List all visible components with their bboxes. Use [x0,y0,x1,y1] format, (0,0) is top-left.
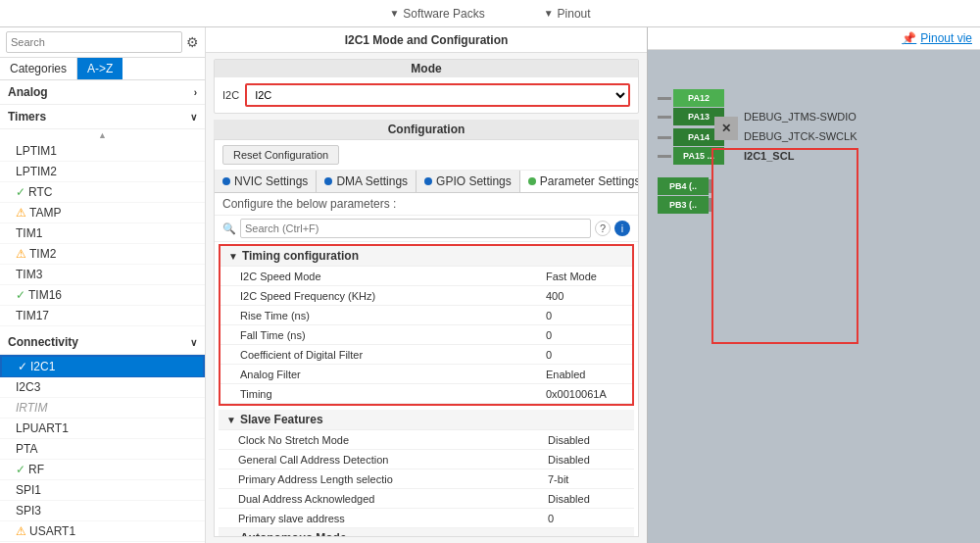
timers-label: Timers [8,110,46,123]
mode-section: Mode I2C I2C [214,59,639,114]
pinout-label: Pinout [558,7,591,21]
reset-config-button[interactable]: Reset Configuration [222,145,339,165]
pta-label: PTA [16,442,37,456]
autonomous-section-label: Autonomous Mode [240,531,347,536]
info-filled-icon[interactable]: i [614,221,630,236]
sidebar-item-tamp[interactable]: ⚠ TAMP [0,203,205,223]
collapse-arrow-slave: ▼ [226,415,236,425]
param-tab-label: Parameter Settings [540,174,639,188]
sidebar-item-lpuart1[interactable]: LPUART1 [0,419,205,439]
param-value-general-call[interactable]: Disabled [548,454,626,466]
tab-nvic-settings[interactable]: NVIC Settings [215,171,317,192]
info-icon[interactable]: ? [595,221,611,236]
param-value-analog-filter[interactable]: Enabled [546,369,624,380]
param-value-fall-time[interactable]: 0 [546,329,624,341]
sidebar-section-timers[interactable]: Timers ∨ [0,105,205,129]
red-box-right [711,148,858,344]
sidebar-item-spi1[interactable]: SPI1 [0,480,205,501]
sidebar: ⚙ Categories A->Z Analog › Timers [0,27,206,543]
dma-tab-label: DMA Settings [336,174,408,188]
sidebar-item-usart1[interactable]: ⚠ USART1 [0,521,205,542]
param-value-rise-time[interactable]: 0 [546,310,624,321]
param-name-speed-mode: I2C Speed Mode [240,271,546,282]
sidebar-item-spi3[interactable]: SPI3 [0,501,205,521]
i2c1-label: I2C1 [30,360,55,373]
timers-scroll-up[interactable]: ▲ [0,129,205,141]
sidebar-item-tim1[interactable]: TIM1 [0,223,205,244]
slave-section-header[interactable]: ▼ Slave Features [219,410,634,430]
spi3-label: SPI3 [16,504,41,518]
param-value-dual-addr[interactable]: Disabled [548,493,626,505]
check-icon-tim16: ✓ [16,288,25,302]
pin-pb4[interactable]: PB4 (.. [658,177,711,195]
pinout-view-button[interactable]: 📌 Pinout vie [902,31,972,45]
sidebar-item-lptim2[interactable]: LPTIM2 [0,162,205,182]
param-name-coeff-filter: Coefficient of Digital Filter [240,349,546,361]
gpio-tab-label: GPIO Settings [436,174,512,188]
pinout-view-label: Pinout vie [920,31,972,45]
sidebar-item-tim3[interactable]: TIM3 [0,265,205,285]
param-row-fall-time: Fall Time (ns) 0 [220,325,632,345]
chevron-down-icon4: ∨ [190,337,197,348]
sidebar-item-rf[interactable]: ✓ RF [0,460,205,480]
i2c3-label: I2C3 [16,380,40,394]
chip-area: PA12 PA13 PA14 PA15 ... [648,50,980,543]
tim17-label: TIM17 [16,309,49,322]
autonomous-section-header[interactable]: ▼ Autonomous Mode [219,528,634,536]
param-name-general-call: General Call Address Detection [238,454,548,466]
warn-icon-tim2: ⚠ [16,247,26,261]
mode-header: Mode [215,60,638,77]
param-search-input[interactable] [240,219,591,238]
param-value-primary-slave-addr[interactable]: 0 [548,513,626,524]
tab-dma-settings[interactable]: DMA Settings [317,171,416,192]
param-value-timing[interactable]: 0x0010061A [546,388,624,400]
mode-select[interactable]: I2C [245,83,630,107]
tab-az[interactable]: A->Z [77,58,122,79]
check-icon-rf: ✓ [16,463,25,476]
sidebar-item-lptim1[interactable]: LPTIM1 [0,141,205,162]
sidebar-item-i2c3[interactable]: I2C3 [0,377,205,398]
tab-categories[interactable]: Categories [0,58,77,79]
sidebar-item-rtc[interactable]: ✓ RTC [0,182,205,203]
param-value-speed-freq[interactable]: 400 [546,290,624,302]
configure-label: Configure the below parameters : [215,193,638,216]
search-input[interactable] [6,31,182,53]
sidebar-section-analog[interactable]: Analog › [0,80,205,105]
sidebar-item-tim2[interactable]: ⚠ TIM2 [0,244,205,265]
tamp-label: TAMP [29,206,61,220]
gear-button[interactable]: ⚙ [186,34,199,50]
param-value-primary-addr-len[interactable]: 7-bit [548,473,626,485]
collapse-arrow-autonomous: ▼ [226,533,236,537]
param-row-clock-stretch: Clock No Stretch Mode Disabled [219,430,634,450]
pin-pa12[interactable]: PA12 [658,89,724,107]
tab-parameter-settings[interactable]: Parameter Settings [520,171,639,192]
pin-pa15[interactable]: PA15 ... [658,147,724,165]
lptim2-label: LPTIM2 [16,165,57,178]
timing-section-header[interactable]: ▼ Timing configuration [220,246,632,267]
pinout-section[interactable]: ▼ Pinout [544,7,591,21]
software-packs-label: Software Packs [403,7,484,21]
pinout-icon: 📌 [902,31,916,45]
tab-gpio-settings[interactable]: GPIO Settings [416,171,520,192]
sidebar-item-tim16[interactable]: ✓ TIM16 [0,285,205,306]
nvic-tab-label: NVIC Settings [234,174,308,188]
sidebar-section-connectivity[interactable]: Connectivity ∨ [0,330,205,355]
tim16-label: TIM16 [28,288,62,302]
param-value-speed-mode[interactable]: Fast Mode [546,271,624,282]
param-name-primary-addr-len: Primary Address Length selectio [238,473,548,485]
param-value-clock-stretch[interactable]: Disabled [548,434,626,446]
sidebar-item-irtim[interactable]: IRTIM [0,398,205,419]
top-bar: ▼ Software Packs ▼ Pinout [0,0,980,27]
close-button[interactable]: ✕ [714,117,738,140]
chevron-down-icon: ▼ [389,8,399,19]
tim1-label: TIM1 [16,226,42,240]
param-value-coeff-filter[interactable]: 0 [546,349,624,361]
sidebar-item-tim17[interactable]: TIM17 [0,306,205,326]
pin-pb3[interactable]: PB3 (.. [658,196,711,214]
sidebar-item-pta[interactable]: PTA [0,439,205,460]
software-packs-section[interactable]: ▼ Software Packs [389,7,484,21]
sidebar-item-i2c1[interactable]: ✓ I2C1 [0,355,205,377]
pinlabel-i2c1-scl: I2C1_SCL [736,147,858,165]
param-row-analog-filter: Analog Filter Enabled [220,365,632,384]
warn-icon-tamp: ⚠ [16,206,26,220]
